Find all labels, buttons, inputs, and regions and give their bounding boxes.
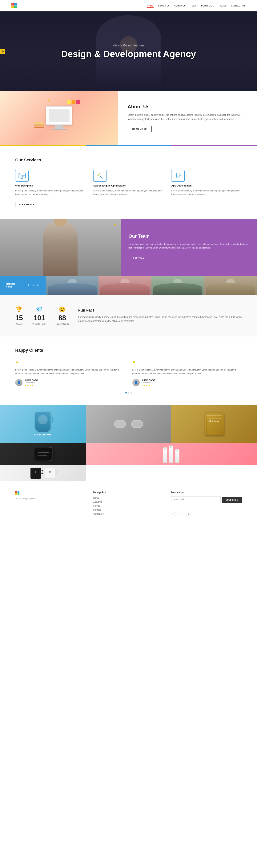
portfolio-item-3[interactable]: Notebook: [171, 405, 257, 443]
our-team-button[interactable]: OUR TEAM: [128, 255, 149, 261]
team-info: Our Team Lorem Ipsum is simply dummy tex…: [121, 219, 257, 276]
dot-1[interactable]: [125, 392, 127, 394]
footer-logo-icon: [15, 491, 20, 495]
client-1-stars: ★★★★★: [25, 384, 38, 386]
clients-section: Happy Clients ❝ Lorem Ipsum is simply du…: [0, 337, 257, 405]
svg-point-17: [178, 177, 178, 178]
services-section: Our Services: [0, 146, 257, 219]
smiley-icon: 😊: [56, 306, 68, 312]
about-section: ✦ About Us Lorem Ipsum is simply dummy t…: [0, 91, 257, 145]
awards-label: Awards: [15, 323, 23, 325]
nav-portfolio[interactable]: PORTFOLIO: [201, 5, 214, 7]
svg-line-18: [175, 175, 177, 176]
portfolio-item-6[interactable]: M M: [0, 465, 86, 481]
svg-line-11: [101, 177, 102, 179]
carousel-dots: [15, 392, 242, 394]
team-photo: ✦: [0, 219, 121, 276]
team-heading: Our Team: [128, 234, 250, 239]
diamond-icon: 💎: [32, 306, 46, 312]
client-card-2: ❝ Lorem Ipsum is simply dummy text of th…: [133, 361, 242, 386]
service-app-icon: [171, 170, 242, 182]
projects-number: 101: [32, 314, 46, 322]
dot-3[interactable]: [131, 392, 132, 394]
client-2-quote: ❝: [133, 361, 242, 366]
portfolio-item-1[interactable]: BKA NOMIN UTK: [0, 405, 86, 443]
client-1-name: Client Name: [25, 379, 38, 381]
member-label-block: Member Name f t in: [0, 276, 46, 295]
portfolio-item-5[interactable]: [86, 443, 257, 465]
footer-nav-about[interactable]: About Us: [93, 501, 102, 503]
social-twitter-icon[interactable]: t: [178, 512, 183, 517]
social-facebook-icon[interactable]: f: [171, 512, 176, 517]
hero-content: We are the number one Design & Developme…: [61, 44, 196, 59]
stat-projects: 💎 101 Projects Finish: [32, 306, 46, 325]
stat-awards: 🏆 15 Awards: [15, 306, 23, 325]
more-service-button[interactable]: MORE SERVICE: [15, 202, 38, 207]
team-body: Lorem Ipsum is simply dummy text of the …: [128, 242, 250, 250]
services-heading: Our Services: [15, 158, 242, 162]
client-2-avatar: 👤: [133, 379, 140, 386]
facebook-icon[interactable]: f: [27, 284, 30, 287]
client-2-name: Client Name: [142, 379, 155, 381]
color-bar-yellow: [0, 145, 86, 146]
svg-rect-9: [21, 178, 23, 179]
member-photos: [46, 276, 257, 295]
svg-point-2: [19, 173, 19, 174]
client-1-details: Client Name Designation ★★★★★: [25, 379, 38, 386]
funfact-heading: Fun Fact: [78, 308, 242, 312]
social-google-icon[interactable]: g: [186, 512, 191, 517]
projects-label: Projects Finish: [32, 323, 46, 325]
clients-grid: ❝ Lorem Ipsum is simply dummy text of th…: [15, 361, 242, 386]
footer-social: f t g: [171, 512, 242, 517]
nav-team[interactable]: TEAM: [190, 5, 197, 7]
service-1-body: Lorem Ipsum is simply dummy text of the …: [15, 189, 86, 196]
instagram-icon[interactable]: in: [36, 284, 40, 287]
service-2-title: Search Engine Optimization: [93, 184, 164, 187]
footer-inner: 2015 © Design Agency Navigation Home Abo…: [15, 491, 242, 517]
member-photo-3: [151, 276, 204, 295]
footer-logo: [15, 491, 86, 495]
subscribe-button[interactable]: SUBSCRIBE: [222, 497, 242, 503]
portfolio-section: BKA NOMIN UTK Notebook: [0, 405, 257, 481]
nav-about[interactable]: ABOUT US: [158, 5, 170, 7]
svg-rect-0: [18, 173, 26, 178]
nav-home[interactable]: HOME: [147, 5, 153, 8]
portfolio-item-4[interactable]: [0, 443, 86, 465]
nav-contact[interactable]: CONTACT US: [231, 5, 246, 7]
team-members-row: Member Name f t in: [0, 276, 257, 295]
client-2-body: Lorem Ipsum is simply dummy text of the …: [133, 368, 242, 376]
service-web-icon: [15, 170, 86, 182]
about-read-more-button[interactable]: READ MORE: [127, 126, 152, 132]
portfolio-item-2[interactable]: [86, 405, 171, 443]
nav-pages[interactable]: PAGES: [219, 5, 227, 7]
clients-number: 88: [56, 314, 68, 322]
member-name-label: Member Name: [6, 282, 21, 288]
client-1-avatar: 👤: [15, 379, 23, 386]
footer-newsletter-title: Newsletter: [171, 491, 242, 494]
client-1-body: Lorem Ipsum is simply dummy text of the …: [15, 368, 125, 376]
footer-nav-home[interactable]: Home: [93, 497, 99, 499]
client-1-designation: Designation: [25, 381, 38, 383]
twitter-icon[interactable]: t: [32, 284, 35, 287]
service-web-design: Web Designing Lorem Ipsum is simply dumm…: [15, 170, 86, 196]
newsletter-email-input[interactable]: [171, 496, 221, 502]
client-card-1: ❝ Lorem Ipsum is simply dummy text of th…: [15, 361, 125, 386]
footer-nav-title: Navigation: [93, 491, 164, 494]
service-seo-icon: [93, 170, 164, 182]
stat-clients: 😊 88 Happy Clients: [56, 306, 68, 325]
svg-line-19: [179, 175, 180, 176]
footer-nav-portfolio[interactable]: Portfolio: [93, 509, 101, 511]
about-image: ✦: [0, 91, 118, 145]
logo[interactable]: [11, 3, 17, 8]
svg-point-3: [20, 173, 20, 174]
member-photo-1: [46, 276, 98, 295]
footer-nav-service[interactable]: Service: [93, 505, 101, 507]
hero-subtitle: We are the number one: [61, 44, 196, 47]
client-1-quote: ❝: [15, 361, 125, 366]
nav-links: HOME ABOUT US SERVICES TEAM PORTFOLIO PA…: [147, 4, 246, 7]
dot-2[interactable]: [128, 392, 130, 394]
footer-nav-contact[interactable]: Contact Us: [93, 513, 104, 515]
color-bar-purple: [171, 145, 257, 146]
settings-icon[interactable]: ⚙: [0, 49, 5, 54]
nav-services[interactable]: SERVICES: [174, 5, 185, 7]
